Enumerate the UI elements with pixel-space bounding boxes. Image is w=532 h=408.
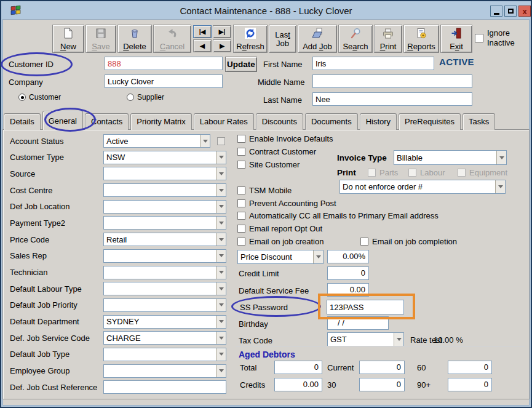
employee-group-select[interactable] (103, 364, 226, 378)
add-job-button[interactable]: Add Job (298, 25, 337, 53)
def-job-service-code-select[interactable]: CHARGE (103, 331, 226, 345)
customer-id-input[interactable] (105, 57, 223, 70)
default-service-fee-value[interactable]: 0.00 (327, 283, 369, 297)
chevron-down-icon[interactable] (216, 233, 226, 246)
chevron-down-icon[interactable] (216, 167, 226, 180)
record-navigation: |◀ ▶| ◀ ▶ (193, 25, 232, 53)
default-job-type-select[interactable] (103, 348, 226, 361)
first-record-button[interactable]: |◀ (193, 25, 212, 38)
chevron-down-icon[interactable] (216, 201, 226, 213)
new-button[interactable]: New (52, 25, 84, 53)
chevron-down-icon[interactable] (495, 180, 505, 193)
tab-general[interactable]: General (42, 111, 83, 130)
cancel-button[interactable]: Cancel (153, 25, 191, 53)
customer-radio[interactable]: Customer (18, 93, 61, 102)
price-code-select[interactable]: Retail (103, 233, 226, 246)
chevron-down-icon[interactable] (216, 299, 226, 311)
print-labour-checkbox[interactable]: Labour (408, 169, 445, 177)
default-department-select[interactable]: SYDNEY (103, 315, 226, 329)
default-job-priority-select[interactable] (103, 298, 226, 312)
chevron-down-icon[interactable] (216, 332, 226, 344)
last-job-button[interactable]: Last Job (269, 25, 296, 53)
maximize-button[interactable] (504, 6, 517, 17)
payment-type2-select[interactable] (103, 216, 226, 230)
ss-password-input[interactable] (327, 300, 404, 314)
print-button[interactable]: Print (374, 25, 402, 53)
price-discount-value[interactable]: 0.00% (327, 250, 369, 263)
def-job-location-select[interactable] (103, 200, 226, 214)
chevron-down-icon[interactable] (216, 217, 226, 229)
exit-button[interactable]: Exit (440, 25, 472, 53)
previous-record-button[interactable]: ◀ (193, 39, 212, 52)
middle-name-input[interactable] (312, 74, 472, 88)
tsm-mobile-checkbox[interactable]: TSM Mobile (237, 186, 292, 195)
chevron-down-icon[interactable] (200, 135, 210, 147)
company-input[interactable] (105, 74, 223, 88)
tab-contacts[interactable]: Contacts (85, 113, 129, 130)
chevron-down-icon[interactable] (216, 184, 226, 196)
source-select[interactable] (103, 167, 226, 180)
search-button[interactable]: Search (338, 25, 373, 53)
refresh-icon (244, 27, 256, 39)
prevent-accounting-post-checkbox[interactable]: Prevent Accounting Post (237, 199, 336, 208)
email-on-job-creation-checkbox[interactable]: Email on job creation (237, 238, 324, 246)
tab-priority-matrix[interactable]: Priority Matrix (130, 113, 191, 130)
aged-60-label: 60 (417, 363, 426, 373)
chevron-down-icon[interactable] (394, 333, 403, 346)
refresh-button[interactable]: Refresh (233, 25, 268, 53)
tab-history[interactable]: History (360, 113, 397, 130)
chevron-down-icon[interactable] (313, 250, 323, 263)
save-button[interactable]: Save (85, 25, 116, 53)
chevron-down-icon[interactable] (216, 266, 226, 279)
site-customer-checkbox[interactable]: Site Customer (237, 161, 300, 169)
order-enforcement-select[interactable]: Do not enforce order # (339, 180, 506, 194)
minimize-button[interactable] (490, 6, 502, 17)
customer-type-select[interactable]: NSW (103, 151, 226, 164)
ignore-inactive-checkbox[interactable]: IgnoreInactive (475, 28, 515, 48)
reports-button[interactable]: Reports (403, 25, 439, 53)
price-discount-select[interactable]: Price Discount (237, 250, 324, 264)
account-status-lock-checkbox[interactable] (217, 137, 225, 145)
tab-documents[interactable]: Documents (305, 113, 358, 130)
middle-name-label: Middle Name (258, 78, 305, 87)
supplier-radio[interactable]: Supplier (127, 93, 164, 102)
auto-cc-emails-checkbox[interactable]: Automatically CC all Emails to Primary E… (237, 212, 439, 220)
tab-details[interactable]: Details (4, 113, 41, 130)
technician-select[interactable] (103, 266, 226, 279)
last-record-button[interactable]: ▶| (213, 25, 231, 38)
chevron-down-icon[interactable] (216, 348, 226, 361)
def-job-cust-reference-input[interactable] (103, 380, 226, 394)
chevron-down-icon[interactable] (496, 151, 506, 164)
contract-customer-checkbox[interactable]: Contract Customer (237, 148, 316, 156)
email-on-job-completion-checkbox[interactable]: Email on job completion (360, 238, 457, 246)
cost-centre-select[interactable] (103, 183, 226, 197)
chevron-down-icon[interactable] (216, 316, 226, 328)
email-report-opt-out-checkbox[interactable]: Email report Opt Out (237, 225, 322, 233)
credit-limit-value[interactable]: 0 (327, 266, 369, 280)
chevron-down-icon[interactable] (216, 282, 226, 295)
invoice-type-select[interactable]: Billable (394, 150, 507, 165)
first-name-input[interactable] (312, 57, 434, 70)
chevron-down-icon[interactable] (216, 365, 226, 377)
company-label: Company (9, 78, 43, 87)
delete-button[interactable]: Delete (117, 25, 152, 53)
print-parts-checkbox[interactable]: Parts (368, 169, 398, 177)
tab-discounts[interactable]: Discounts (256, 113, 303, 130)
default-labour-type-select[interactable] (103, 282, 226, 295)
account-status-select[interactable]: Active (103, 134, 210, 148)
tab-tasks[interactable]: Tasks (463, 113, 495, 130)
chevron-down-icon[interactable] (216, 250, 226, 262)
tax-code-label: Tax Code (239, 336, 272, 346)
sales-rep-select[interactable] (103, 249, 226, 263)
enable-invoice-defaults-checkbox[interactable]: Enable Invoice Defaults (237, 135, 333, 143)
chevron-down-icon[interactable] (216, 151, 226, 164)
tab-labour-rates[interactable]: Labour Rates (194, 113, 254, 130)
print-equipment-checkbox[interactable]: Equipment (458, 169, 507, 177)
birthday-input[interactable]: / / (327, 316, 389, 330)
tax-code-select[interactable]: GST (327, 332, 404, 346)
close-button[interactable]: x (518, 6, 531, 17)
update-button[interactable]: Update (225, 57, 257, 72)
next-record-button[interactable]: ▶ (213, 39, 231, 52)
last-name-input[interactable] (312, 92, 472, 106)
tab-prerequisites[interactable]: PreRequisites (399, 113, 461, 130)
